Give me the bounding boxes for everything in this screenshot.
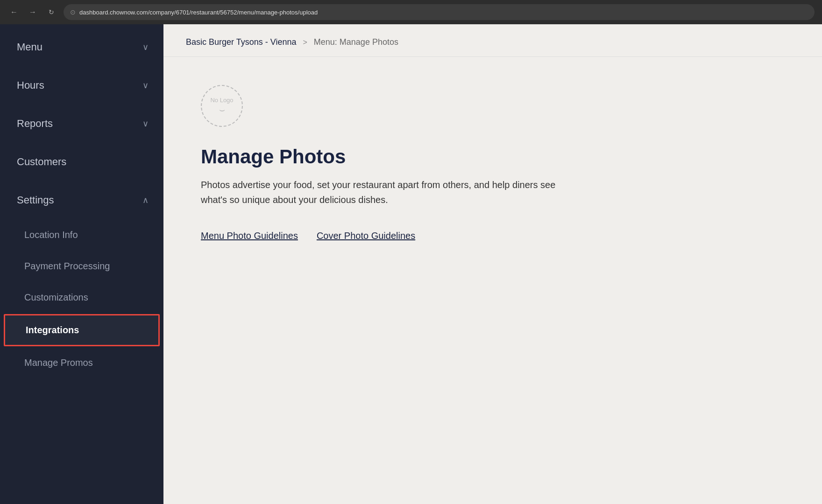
sidebar: Menu ∨ Hours ∨ Reports ∨ Customers Setti…: [0, 24, 163, 504]
breadcrumb-separator: >: [303, 38, 307, 47]
forward-button[interactable]: →: [26, 6, 39, 19]
sidebar-label-customers: Customers: [17, 156, 66, 168]
chevron-up-icon-settings: ∧: [142, 195, 149, 205]
chevron-down-icon-menu: ∨: [142, 42, 149, 52]
main-content: Basic Burger Tysons - Vienna > Menu: Man…: [163, 24, 822, 504]
sidebar-subitem-location-info[interactable]: Location Info: [0, 219, 163, 251]
page-description: Photos advertise your food, set your res…: [201, 177, 565, 207]
refresh-button[interactable]: ↻: [45, 6, 58, 19]
sidebar-subitem-manage-promos[interactable]: Manage Promos: [0, 347, 163, 378]
page-content-area: No Logo ⌣ Manage Photos Photos advertise…: [163, 57, 631, 269]
no-logo-placeholder: No Logo ⌣: [201, 85, 243, 127]
menu-photo-guidelines-link[interactable]: Menu Photo Guidelines: [201, 231, 298, 241]
sidebar-item-reports[interactable]: Reports ∨: [0, 105, 163, 143]
subitem-label-payment-processing: Payment Processing: [24, 261, 110, 272]
sidebar-subitem-integrations[interactable]: Integrations: [4, 314, 160, 346]
sidebar-subitem-payment-processing[interactable]: Payment Processing: [0, 251, 163, 282]
sidebar-item-settings[interactable]: Settings ∧: [0, 181, 163, 219]
sidebar-label-settings: Settings: [17, 194, 54, 206]
subitem-label-customizations: Customizations: [24, 292, 88, 303]
sidebar-label-hours: Hours: [17, 79, 44, 91]
forward-icon: →: [29, 8, 36, 16]
address-bar[interactable]: ⊙ dashboard.chownow.com/company/6701/res…: [64, 4, 815, 20]
breadcrumb-current: Menu: Manage Photos: [314, 37, 398, 47]
chevron-down-icon-reports: ∨: [142, 119, 149, 129]
sidebar-item-hours[interactable]: Hours ∨: [0, 66, 163, 105]
back-button[interactable]: ←: [7, 6, 21, 19]
chevron-down-icon-hours: ∨: [142, 80, 149, 91]
cover-photo-guidelines-link[interactable]: Cover Photo Guidelines: [317, 231, 415, 241]
browser-chrome: ← → ↻ ⊙ dashboard.chownow.com/company/67…: [0, 0, 822, 24]
no-logo-text: No Logo: [210, 97, 233, 105]
sidebar-label-menu: Menu: [17, 41, 43, 53]
url-text: dashboard.chownow.com/company/6701/resta…: [79, 9, 318, 16]
subitem-label-location-info: Location Info: [24, 230, 78, 240]
breadcrumb-parent[interactable]: Basic Burger Tysons - Vienna: [186, 37, 296, 47]
subitem-label-manage-promos: Manage Promos: [24, 357, 93, 368]
subitem-label-integrations: Integrations: [26, 325, 79, 336]
sidebar-item-customers[interactable]: Customers: [0, 143, 163, 181]
sidebar-label-reports: Reports: [17, 118, 53, 130]
refresh-icon: ↻: [49, 8, 54, 16]
guidelines-links: Menu Photo Guidelines Cover Photo Guidel…: [201, 231, 593, 241]
app-layout: Menu ∨ Hours ∨ Reports ∨ Customers Setti…: [0, 24, 822, 504]
page-title: Manage Photos: [201, 146, 593, 168]
back-icon: ←: [10, 8, 18, 16]
sidebar-item-menu[interactable]: Menu ∨: [0, 28, 163, 66]
smile-icon: ⌣: [219, 105, 225, 115]
sidebar-subitem-customizations[interactable]: Customizations: [0, 282, 163, 313]
breadcrumb: Basic Burger Tysons - Vienna > Menu: Man…: [163, 24, 822, 57]
site-security-icon: ⊙: [70, 8, 76, 16]
